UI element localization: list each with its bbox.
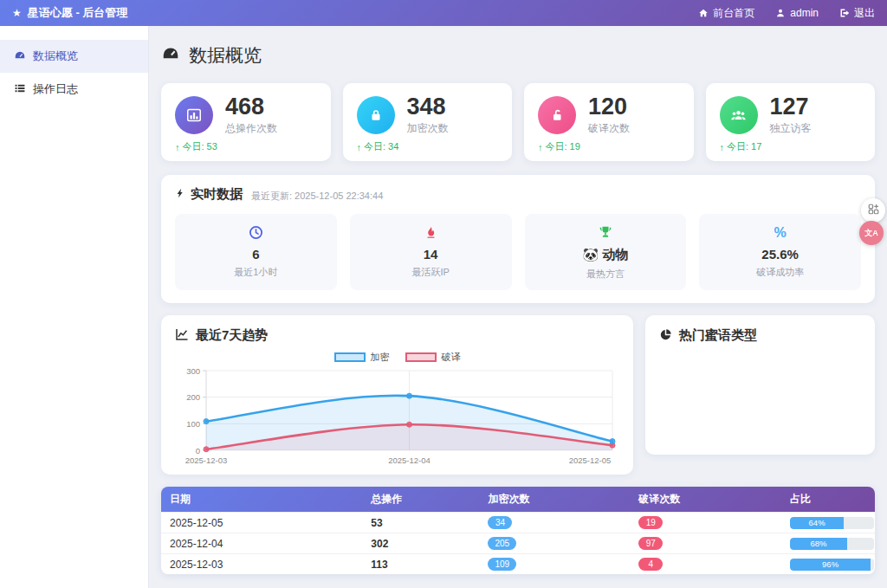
sidebar-item-logs[interactable]: 操作日志 [0, 73, 148, 106]
sign-out-icon [839, 8, 850, 18]
translate-button[interactable]: 文A [859, 221, 884, 245]
mini-value: 14 [357, 247, 505, 262]
nav-admin-user[interactable]: admin [775, 7, 819, 19]
dashboard-gauge-icon [161, 44, 180, 68]
svg-text:2025-12-04: 2025-12-04 [388, 456, 431, 465]
cell-total: 113 [362, 555, 479, 574]
nav-logout-link[interactable]: 退出 [839, 6, 875, 21]
stat-card-decrypt: 120 破译次数 ↑今日: 19 [524, 83, 694, 161]
unlock-icon [538, 96, 576, 134]
svg-text:2025-12-05: 2025-12-05 [569, 456, 612, 465]
home-icon [698, 8, 709, 18]
translate-icon: 文A [864, 228, 878, 239]
percent-progressbar: 96% [790, 559, 874, 571]
stat-today: ↑今日: 34 [357, 140, 499, 153]
nav-frontend-link[interactable]: 前台首页 [698, 6, 754, 21]
stat-today: ↑今日: 19 [538, 140, 680, 153]
cell-total: 302 [362, 534, 479, 553]
table-row: 2025-12-05 53 34 19 64% [161, 512, 875, 533]
mini-label: 最近1小时 [182, 266, 330, 279]
cell-total: 53 [362, 514, 479, 533]
decrypt-badge: 4 [638, 558, 663, 571]
main-content: 数据概览 468 总操作次数 ↑今日: 53 [149, 26, 887, 588]
widget-grid-button[interactable] [861, 198, 885, 223]
svg-text:2025-12-03: 2025-12-03 [185, 456, 228, 465]
encrypt-badge: 34 [488, 516, 512, 529]
col-decrypt: 破译次数 [630, 487, 781, 512]
mini-label: 最热方言 [532, 268, 680, 281]
stat-card-total-ops: 468 总操作次数 ↑今日: 53 [161, 83, 331, 161]
sidebar: 数据概览 操作日志 [0, 26, 149, 588]
list-icon [14, 82, 26, 97]
arrow-up-icon: ↑ [357, 142, 362, 152]
fire-icon [357, 225, 505, 241]
trend-title: 最近7天趋势 [175, 327, 619, 344]
trophy-icon [532, 225, 680, 241]
chart-legend: 加密破译 [175, 351, 619, 364]
percent-icon: % [774, 225, 787, 241]
stat-card-encrypt: 348 加密次数 ↑今日: 34 [343, 83, 513, 161]
stat-value: 120 [588, 94, 630, 119]
lock-icon [357, 96, 395, 134]
chart-line-icon [175, 327, 189, 344]
legend-swatch [405, 352, 437, 362]
mini-card-last-hour: 6 最近1小时 [175, 214, 337, 290]
trend-chart: 01002003002025-12-032025-12-042025-12-05 [175, 365, 619, 468]
percent-progressbar: 68% [790, 538, 874, 550]
stat-today: ↑今日: 53 [175, 140, 317, 153]
daily-stats-table: 日期 总操作 加密次数 破译次数 占比 2025-12-05 53 34 19 … [161, 487, 875, 574]
bar-chart-icon [175, 96, 213, 134]
star-icon: ★ [12, 8, 22, 18]
grid-plus-icon [867, 203, 880, 219]
brand-title: 星语心愿 - 后台管理 [28, 5, 128, 21]
clock-icon [182, 225, 330, 241]
encrypt-badge: 109 [488, 558, 516, 571]
page-title: 数据概览 [161, 43, 875, 68]
table-row: 2025-12-04 302 205 97 68% [161, 533, 875, 553]
stat-label: 总操作次数 [225, 121, 277, 136]
table-header: 日期 总操作 加密次数 破译次数 占比 [161, 487, 875, 512]
stat-value: 348 [407, 94, 449, 119]
cell-date: 2025-12-04 [161, 534, 362, 553]
stat-label: 破译次数 [588, 121, 630, 136]
mini-label: 最活跃IP [357, 266, 505, 279]
mini-value: 🐼 动物 [532, 247, 680, 263]
navbar-links: 前台首页 admin 退出 [698, 6, 875, 21]
top-navbar: ★ 星语心愿 - 后台管理 前台首页 admin 退出 [0, 0, 887, 26]
svg-text:100: 100 [186, 419, 200, 429]
users-icon [720, 96, 758, 134]
col-percent: 占比 [781, 487, 875, 512]
realtime-panel: 实时数据 最近更新: 2025-12-05 22:34:44 6 最近1小时 1… [161, 175, 875, 303]
table-row: 2025-12-03 113 109 4 96% [161, 553, 875, 574]
mini-card-active-ip: 14 最活跃IP [350, 214, 512, 290]
cell-date: 2025-12-03 [161, 555, 362, 574]
pie-chart-icon [659, 328, 672, 344]
hot-types-panel: 热门蜜语类型 [645, 315, 875, 455]
legend-item[interactable]: 加密 [334, 351, 390, 364]
legend-swatch [334, 352, 366, 362]
sidebar-item-overview[interactable]: 数据概览 [0, 40, 148, 73]
decrypt-badge: 19 [638, 516, 663, 529]
stat-card-visitors: 127 独立访客 ↑今日: 17 [706, 83, 876, 161]
user-icon [775, 8, 786, 18]
svg-text:0: 0 [196, 446, 200, 456]
mini-value: 6 [182, 247, 330, 262]
gauge-icon [14, 49, 26, 64]
svg-text:300: 300 [186, 366, 200, 376]
mini-value: 25.6% [706, 247, 854, 262]
brand: ★ 星语心愿 - 后台管理 [12, 5, 127, 21]
arrow-up-icon: ↑ [175, 142, 180, 152]
col-total: 总操作 [362, 487, 479, 512]
arrow-up-icon: ↑ [538, 142, 543, 152]
encrypt-badge: 205 [488, 537, 516, 550]
realtime-title: 实时数据 [175, 186, 243, 203]
legend-item[interactable]: 破译 [405, 351, 461, 364]
col-date: 日期 [161, 487, 362, 512]
realtime-updated: 最近更新: 2025-12-05 22:34:44 [251, 190, 383, 203]
percent-progressbar: 64% [790, 517, 874, 529]
mini-card-hot-dialect: 🐼 动物 最热方言 [525, 214, 687, 290]
bolt-icon [175, 187, 185, 202]
stat-value: 468 [225, 94, 277, 119]
stat-label: 独立访客 [770, 121, 812, 136]
mini-card-success-rate: % 25.6% 破译成功率 [699, 214, 861, 290]
